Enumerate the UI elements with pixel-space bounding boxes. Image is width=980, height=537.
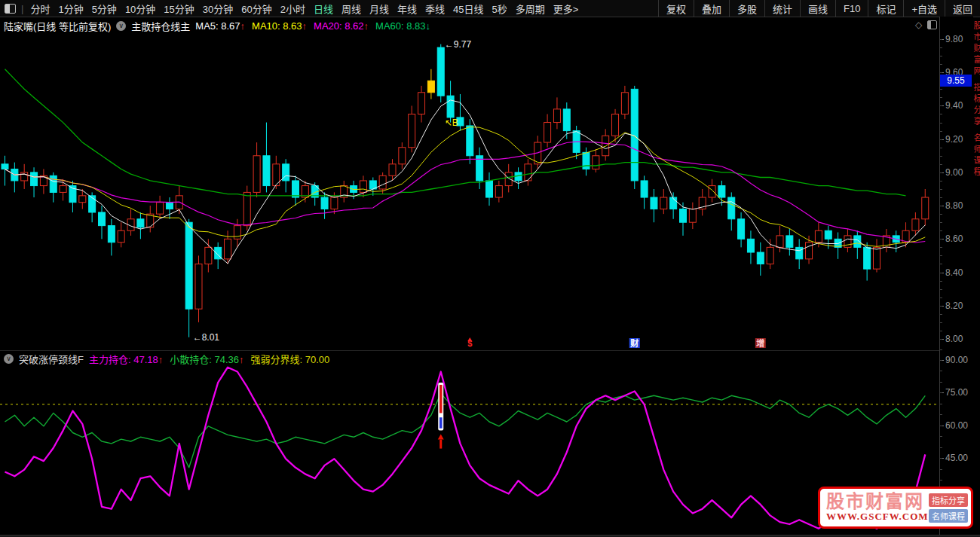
axis-minor-tick: [940, 414, 942, 415]
arrow-down-icon: ↓: [426, 20, 431, 32]
toolbar-action-统计[interactable]: 统计: [764, 0, 800, 17]
candle-body: [612, 114, 619, 136]
axis-minor-tick: [940, 458, 942, 459]
axis-label: 9.00: [945, 167, 963, 178]
axis-label: 9.40: [945, 100, 963, 111]
axis-minor-tick: [940, 148, 942, 148]
axis-minor-tick: [940, 222, 942, 223]
axis-minor-tick: [940, 281, 942, 282]
toolbar-period-季线[interactable]: 季线: [425, 2, 445, 16]
toolbar-period-月线[interactable]: 月线: [369, 2, 389, 16]
axis-minor-tick: [940, 382, 942, 383]
toolbar-action-多股[interactable]: 多股: [729, 0, 764, 17]
indicator-line-主力持仓: [5, 368, 926, 529]
axis-minor-tick: [940, 264, 942, 264]
toolbar-action-叠加[interactable]: 叠加: [694, 0, 729, 17]
candle-body: [641, 181, 648, 197]
toolbar-period-分时[interactable]: 分时: [30, 2, 50, 16]
axis-minor-tick: [940, 189, 942, 190]
candle-body: [427, 81, 434, 92]
candle-body: [225, 239, 231, 259]
toolbar-period-年线[interactable]: 年线: [397, 2, 417, 16]
axis-label: 8.00: [945, 334, 963, 344]
candle-body: [544, 123, 551, 143]
axis-minor-tick: [940, 436, 942, 437]
toolbar-period-5分钟[interactable]: 5分钟: [92, 2, 117, 16]
ma-legend-item: MA60: 8.83↓: [375, 20, 430, 32]
event-marker: 增: [756, 338, 764, 348]
axis-minor-tick: [940, 89, 942, 90]
toolbar-action-F10[interactable]: F10: [835, 0, 868, 17]
toolbar-period-60分钟[interactable]: 60分钟: [241, 2, 271, 16]
period-toolbar: | 分时1分钟5分钟10分钟15分钟30分钟60分钟2小时日线周线月线年线季线4…: [0, 0, 980, 17]
candle-body: [243, 192, 250, 225]
candle-body: [525, 164, 531, 181]
window-split-icon[interactable]: [5, 4, 16, 14]
candle-body: [79, 196, 86, 203]
candle-body: [166, 203, 173, 209]
diamond-icon[interactable]: ◇: [915, 20, 922, 30]
arrow-up-icon: ↑: [239, 354, 244, 365]
watermark-title: 股市财富网: [826, 493, 929, 511]
candle-body: [874, 247, 880, 269]
toolbar-period-45日线[interactable]: 45日线: [453, 2, 483, 16]
toolbar-period-30分钟[interactable]: 30分钟: [203, 2, 233, 16]
toolbar-divider: |: [21, 3, 23, 14]
toolbar-period-1分钟[interactable]: 1分钟: [58, 2, 83, 16]
arrow-up-icon: ↑: [158, 354, 164, 365]
axis-minor-tick: [940, 131, 942, 132]
candle-body: [825, 230, 831, 239]
candle-body: [157, 203, 164, 214]
toolbar-action-返回[interactable]: 返回: [945, 0, 980, 17]
toolbar-action-画线[interactable]: 画线: [800, 0, 835, 17]
event-marker: 财: [629, 338, 639, 348]
toolbar-period-15分钟[interactable]: 15分钟: [164, 2, 194, 16]
axis-label: 75.00: [945, 387, 968, 398]
toolbar-action-标记[interactable]: 标记: [868, 0, 903, 17]
axis-minor-tick: [940, 480, 942, 481]
chart-annotation: ←9.77: [445, 39, 472, 50]
axis-minor-tick: [940, 360, 942, 361]
toolbar-period-日线[interactable]: 日线: [314, 2, 333, 16]
toolbar-period-多周期[interactable]: 多周期: [516, 2, 545, 16]
toolbar-period-2小时[interactable]: 2小时: [280, 2, 305, 16]
toolbar-period-5秒[interactable]: 5秒: [492, 2, 507, 16]
holding-indicator-chart[interactable]: [0, 350, 940, 535]
candle-body: [379, 175, 386, 189]
sub-chart-legend: ∨ 突破涨停颈线F 主力持仓: 47.18↑小散持仓: 74.36↑强弱分界线:…: [4, 352, 329, 366]
candle-body: [767, 247, 773, 264]
candle-body: [99, 212, 106, 226]
toolbar-period-更多>[interactable]: 更多>: [553, 2, 579, 16]
watermark-badge: 指标分享: [929, 493, 968, 507]
axis-minor-tick: [940, 322, 942, 323]
ma-legend-label: MA10: 8.63: [252, 20, 302, 32]
candle-body: [922, 197, 929, 219]
signal-arrow-head: [438, 435, 444, 440]
ma-legend-item: MA10: 8.63↑: [252, 20, 307, 32]
candle-body: [234, 226, 240, 240]
candle-body: [118, 230, 124, 242]
toolbar-action-复权[interactable]: 复权: [658, 0, 694, 17]
signal-bar-blue: [439, 417, 443, 428]
candle-body: [689, 209, 696, 223]
main-candlestick-chart[interactable]: ←9.77←8.01↖B$财增: [0, 17, 940, 349]
ma-legend-label: MA60: 8.83: [375, 20, 426, 32]
sub-legend-label: 小散持仓: 74.36: [170, 354, 239, 365]
panel-icon[interactable]: [927, 20, 937, 29]
toolbar-period-10分钟[interactable]: 10分钟: [125, 2, 155, 16]
chevron-down-icon[interactable]: ∨: [4, 354, 14, 364]
candle-body: [89, 196, 96, 212]
chevron-down-icon[interactable]: ∨: [116, 21, 126, 31]
axis-minor-tick: [940, 392, 942, 393]
axis-minor-tick: [940, 47, 942, 48]
toolbar-action-+自选[interactable]: +自选: [903, 0, 945, 17]
axis-minor-tick: [940, 306, 942, 307]
axis-minor-tick: [940, 404, 942, 404]
candle-body: [205, 247, 212, 264]
axis-minor-tick: [940, 297, 942, 298]
candle-body: [467, 126, 473, 156]
toolbar-period-周线[interactable]: 周线: [341, 2, 361, 16]
candle-body: [2, 164, 8, 169]
candle-body: [757, 252, 764, 264]
stock-title: 陆家嘴(日线 等比前复权): [4, 19, 111, 33]
